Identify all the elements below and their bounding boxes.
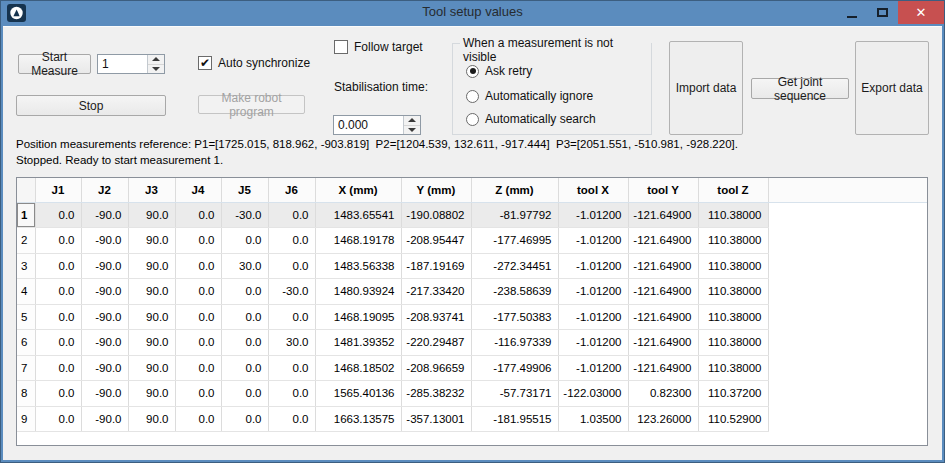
- radio-automatically-search[interactable]: Automatically search: [466, 112, 596, 126]
- table-cell[interactable]: -90.0: [81, 202, 128, 228]
- table-cell[interactable]: 0.0: [221, 228, 268, 254]
- row-number-cell[interactable]: 3: [17, 253, 35, 279]
- table-cell[interactable]: -272.34451: [471, 253, 558, 279]
- table-cell[interactable]: -1.01200: [558, 330, 628, 356]
- table-cell[interactable]: 0.0: [35, 355, 81, 381]
- table-row[interactable]: 10.0-90.090.00.0-30.00.01483.65541-190.0…: [17, 202, 927, 228]
- table-cell[interactable]: -81.97792: [471, 202, 558, 228]
- spin-up-button[interactable]: [404, 116, 420, 126]
- table-cell[interactable]: -238.58639: [471, 279, 558, 305]
- column-header-j6[interactable]: J6: [268, 178, 315, 202]
- make-robot-program-button[interactable]: Make robot program: [198, 95, 305, 114]
- table-cell[interactable]: 0.0: [268, 202, 315, 228]
- column-header-j2[interactable]: J2: [81, 178, 128, 202]
- spin-up-button[interactable]: [148, 55, 164, 65]
- table-cell[interactable]: 123.26000: [628, 406, 698, 432]
- table-cell[interactable]: 0.0: [35, 406, 81, 432]
- table-cell[interactable]: -1.01200: [558, 279, 628, 305]
- table-cell[interactable]: -121.64900: [628, 228, 698, 254]
- table-cell[interactable]: 110.38000: [698, 304, 768, 330]
- table-cell[interactable]: -220.29487: [401, 330, 471, 356]
- table-row[interactable]: 30.0-90.090.00.030.00.01483.56338-187.19…: [17, 253, 927, 279]
- table-cell[interactable]: 1565.40136: [315, 381, 401, 407]
- table-cell[interactable]: -181.95515: [471, 406, 558, 432]
- table-cell[interactable]: 1468.18502: [315, 355, 401, 381]
- spin-down-button[interactable]: [404, 126, 420, 135]
- table-cell[interactable]: 0.0: [221, 355, 268, 381]
- table-row[interactable]: 40.0-90.090.00.00.0-30.01480.93924-217.3…: [17, 279, 927, 305]
- row-number-cell[interactable]: 6: [17, 330, 35, 356]
- follow-target-checkbox[interactable]: Follow target: [334, 40, 423, 54]
- table-cell[interactable]: 0.0: [221, 381, 268, 407]
- table-cell[interactable]: 1481.39352: [315, 330, 401, 356]
- column-header-y-mm[interactable]: Y (mm): [401, 178, 471, 202]
- table-cell[interactable]: 0.0: [221, 406, 268, 432]
- table-cell[interactable]: 0.0: [35, 202, 81, 228]
- table-cell[interactable]: 110.38000: [698, 279, 768, 305]
- table-cell[interactable]: 90.0: [128, 330, 175, 356]
- table-cell[interactable]: 90.0: [128, 355, 175, 381]
- table-row[interactable]: 90.0-90.090.00.00.00.01663.13575-357.130…: [17, 406, 927, 432]
- table-cell[interactable]: 0.0: [35, 279, 81, 305]
- table-cell[interactable]: 0.0: [35, 253, 81, 279]
- table-cell[interactable]: -208.95447: [401, 228, 471, 254]
- table-cell[interactable]: 0.82300: [628, 381, 698, 407]
- table-cell[interactable]: 0.0: [175, 279, 221, 305]
- table-row[interactable]: 60.0-90.090.00.00.030.01481.39352-220.29…: [17, 330, 927, 356]
- table-row[interactable]: 80.0-90.090.00.00.00.01565.40136-285.382…: [17, 381, 927, 407]
- table-row[interactable]: 70.0-90.090.00.00.00.01468.18502-208.966…: [17, 355, 927, 381]
- import-data-button[interactable]: Import data: [669, 41, 743, 135]
- get-joint-sequence-button[interactable]: Get joint sequence: [751, 78, 849, 99]
- row-number-cell[interactable]: 2: [17, 228, 35, 254]
- radio-automatically-ignore[interactable]: Automatically ignore: [466, 89, 593, 103]
- table-cell[interactable]: -1.01200: [558, 304, 628, 330]
- radio-ask-retry[interactable]: Ask retry: [466, 64, 532, 78]
- table-cell[interactable]: 0.0: [268, 228, 315, 254]
- table-cell[interactable]: -177.46995: [471, 228, 558, 254]
- table-cell[interactable]: 0.0: [175, 355, 221, 381]
- table-cell[interactable]: -1.01200: [558, 355, 628, 381]
- table-cell[interactable]: -208.93741: [401, 304, 471, 330]
- export-data-button[interactable]: Export data: [855, 41, 929, 135]
- table-cell[interactable]: -121.64900: [628, 304, 698, 330]
- row-number-cell[interactable]: 7: [17, 355, 35, 381]
- table-cell[interactable]: 110.52900: [698, 406, 768, 432]
- table-cell[interactable]: 30.0: [221, 253, 268, 279]
- table-cell[interactable]: 90.0: [128, 228, 175, 254]
- table-cell[interactable]: 0.0: [35, 330, 81, 356]
- table-cell[interactable]: 1468.19178: [315, 228, 401, 254]
- table-cell[interactable]: -90.0: [81, 228, 128, 254]
- table-cell[interactable]: 0.0: [175, 202, 221, 228]
- table-cell[interactable]: 0.0: [221, 279, 268, 305]
- table-cell[interactable]: 90.0: [128, 202, 175, 228]
- column-header-j5[interactable]: J5: [221, 178, 268, 202]
- table-cell[interactable]: 0.0: [221, 330, 268, 356]
- table-cell[interactable]: -177.50383: [471, 304, 558, 330]
- table-cell[interactable]: 0.0: [221, 304, 268, 330]
- row-number-cell[interactable]: 9: [17, 406, 35, 432]
- measure-number-value[interactable]: 1: [98, 55, 147, 73]
- table-cell[interactable]: -190.08802: [401, 202, 471, 228]
- table-cell[interactable]: -90.0: [81, 355, 128, 381]
- column-header-j3[interactable]: J3: [128, 178, 175, 202]
- table-cell[interactable]: 0.0: [268, 355, 315, 381]
- column-header-z-mm[interactable]: Z (mm): [471, 178, 558, 202]
- table-cell[interactable]: -217.33420: [401, 279, 471, 305]
- table-cell[interactable]: -187.19169: [401, 253, 471, 279]
- close-button[interactable]: ✕: [898, 1, 944, 24]
- table-cell[interactable]: -57.73171: [471, 381, 558, 407]
- column-header-j1[interactable]: J1: [35, 178, 81, 202]
- auto-synchronize-checkbox[interactable]: ✔ Auto synchronize: [198, 56, 310, 70]
- table-cell[interactable]: -116.97339: [471, 330, 558, 356]
- table-cell[interactable]: -30.0: [268, 279, 315, 305]
- table-cell[interactable]: 0.0: [268, 253, 315, 279]
- table-cell[interactable]: 1480.93924: [315, 279, 401, 305]
- table-cell[interactable]: 110.38000: [698, 228, 768, 254]
- table-cell[interactable]: -285.38232: [401, 381, 471, 407]
- table-cell[interactable]: -121.64900: [628, 355, 698, 381]
- stop-button[interactable]: Stop: [16, 95, 166, 116]
- table-cell[interactable]: -121.64900: [628, 202, 698, 228]
- table-cell[interactable]: 110.38000: [698, 330, 768, 356]
- table-cell[interactable]: 0.0: [35, 228, 81, 254]
- table-cell[interactable]: 0.0: [268, 304, 315, 330]
